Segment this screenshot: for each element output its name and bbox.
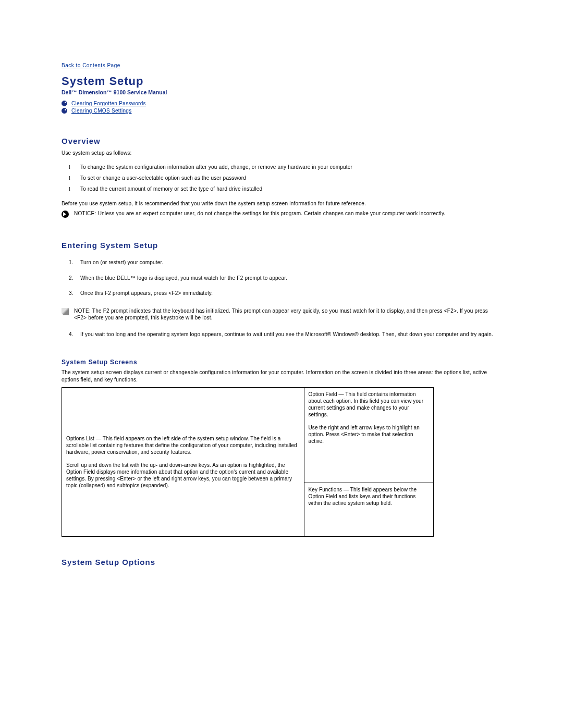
list-item: To set or change a user-selectable optio… — [62, 173, 501, 184]
overview-list: To change the system configuration infor… — [62, 162, 501, 195]
back-link[interactable]: Back to Contents Page — [62, 63, 120, 68]
toc-link[interactable]: Clearing CMOS Settings — [71, 108, 132, 114]
steps-list-cont: If you wait too long and the operating s… — [62, 328, 501, 343]
key-functions-cell: Key Functions — This field appears below… — [304, 483, 433, 537]
overview-heading: Overview — [62, 137, 501, 145]
back-to-contents: Back to Contents Page — [62, 63, 501, 68]
note-text: NOTE: The F2 prompt indicates that the k… — [74, 307, 501, 322]
list-item: To read the current amount of memory or … — [62, 184, 501, 195]
overview-recommend: Before you use system setup, it is recom… — [62, 200, 501, 207]
notice-text: NOTICE: Unless you are an expert compute… — [74, 210, 445, 217]
screens-intro: The system setup screen displays current… — [62, 369, 501, 383]
options-heading: System Setup Options — [62, 558, 501, 566]
step-item: If you wait too long and the operating s… — [62, 328, 501, 343]
notice-block: NOTICE: Unless you are an expert compute… — [62, 210, 501, 218]
toc-list: Clearing Forgotten Passwords Clearing CM… — [62, 101, 501, 114]
steps-list: Turn on (or restart) your computer. When… — [62, 256, 501, 302]
page-title: System Setup — [62, 75, 501, 88]
entering-heading: Entering System Setup — [62, 241, 501, 250]
step-item: When the blue DELL™ logo is displayed, y… — [62, 272, 501, 287]
bullet-icon — [62, 108, 67, 114]
step-item: Once this F2 prompt appears, press <F2> … — [62, 287, 501, 302]
screens-table: Options List — This field appears on the… — [62, 387, 434, 537]
note-block: NOTE: The F2 prompt indicates that the k… — [62, 307, 501, 322]
option-field-cell: Option Field — This field contains infor… — [304, 388, 433, 483]
bullet-icon — [62, 101, 67, 106]
list-item: To change the system configuration infor… — [62, 162, 501, 173]
subtitle: Dell™ Dimension™ 9100 Service Manual — [62, 89, 501, 95]
options-list-cell: Options List — This field appears on the… — [62, 388, 304, 537]
overview-intro: Use system setup as follows: — [62, 150, 501, 157]
toc-link[interactable]: Clearing Forgotten Passwords — [71, 101, 146, 106]
note-icon — [62, 308, 69, 315]
notice-icon — [62, 211, 69, 218]
screens-heading: System Setup Screens — [62, 359, 501, 366]
document-page: Back to Contents Page System Setup Dell™… — [0, 0, 563, 602]
step-item: Turn on (or restart) your computer. — [62, 256, 501, 272]
